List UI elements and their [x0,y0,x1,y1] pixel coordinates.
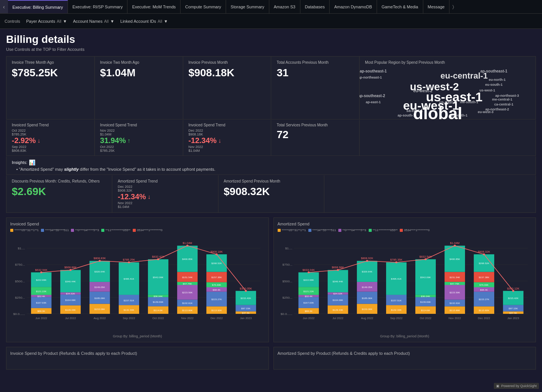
svg-text:$222.99K: $222.99K [303,279,314,281]
svg-text:$185.06K: $185.06K [94,297,105,299]
legend-item: 0534****1*********0 [133,228,162,232]
svg-point-206 [483,253,485,255]
word-cloud-word: us-east-2 [439,100,456,104]
amort-product-title: Amortized Spend by Product (Refunds & Cr… [278,351,532,356]
amortized-chart-legend: ******05**31**1**1****34**55****511**0**… [278,228,532,232]
amort-product-card: Amortized Spend by Product (Refunds & Cr… [273,347,536,370]
svg-text:$153.08K: $153.08K [94,308,105,310]
svg-text:$320.64K: $320.64K [94,270,105,273]
svg-text:$542.09K: $542.09K [153,276,164,279]
svg-text:$500...: $500... [15,279,25,283]
trend-nov-pct: 31.94% [100,136,126,145]
svg-point-97 [69,269,71,271]
svg-text:$121.22K: $121.22K [36,290,47,293]
tab-back-button[interactable]: ‹ [0,0,8,14]
svg-point-200 [308,271,309,273]
trend-dec-amount: $908.18K [189,132,266,136]
linked-ids-label: Linked Account IDs [120,19,156,24]
tab-3[interactable]: Compute Summary [181,0,226,14]
invoice-product-title: Invoice Spend by Product (Refunds & Cred… [10,351,265,356]
svg-text:$808.83K: $808.83K [94,257,106,260]
account-names-filter[interactable]: Account Names All ▼ [73,19,115,24]
svg-text:$0.0......: $0.0...... [13,312,25,316]
amortized-chart-svg: $0.0......$250...$500...$750...$1....$88… [278,234,532,333]
amortized-chart-area: $0.0......$250...$500...$750...$1....$88… [278,234,532,333]
svg-text:$157.51K: $157.51K [124,299,135,302]
tab-more-button[interactable]: 〉 [449,4,457,9]
svg-text:$149.05K: $149.05K [362,286,373,288]
payer-accounts-filter[interactable]: Payer Accounts All ▼ [26,19,67,24]
svg-text:$113.92K: $113.92K [479,309,490,312]
svg-text:$132.33K: $132.33K [391,309,402,311]
svg-text:$97.15K: $97.15K [509,307,518,310]
svg-text:$151.54K: $151.54K [182,276,193,279]
tab-6[interactable]: Databases [300,0,330,14]
account-names-arrow: ▼ [110,19,114,24]
trend-nov-prev-amount: $785.25K [100,149,178,153]
word-cloud-word: ca-central-1 [494,102,514,106]
word-cloud-word: us-west-1 [479,88,495,92]
trend-services-label: Total Services Previous Month [276,123,354,127]
insights-title: Insights: 📊 [12,159,530,165]
svg-text:$808.92K: $808.92K [361,257,373,260]
word-cloud-word: ap-northeast-3 [495,94,519,98]
page-title: Billing details [6,33,536,46]
kpi-invoice-2month-label: Invoice Two Month Ago [100,60,178,65]
tab-1[interactable]: Executive: RI/SP Summary [68,0,127,14]
svg-text:$250...: $250... [15,296,25,299]
tab-8[interactable]: GameTech & Media [377,0,423,14]
kpi-invoice-2month: Invoice Two Month Ago $1.04M [95,57,183,119]
svg-text:Jan 2023: Jan 2023 [507,316,519,320]
tab-2[interactable]: Executive: MoM Trends [127,0,181,14]
tab-7[interactable]: Amazon DynamoDB [330,0,377,14]
tab-9[interactable]: Message [423,0,450,14]
kpi-invoice-3month-label: Invoice Three Month Ago [12,60,89,65]
tab-4[interactable]: Storage Summary [226,0,269,14]
svg-text:$68.4K: $68.4K [213,288,221,291]
svg-text:$785.35K: $785.35K [390,258,402,262]
svg-text:Nov 2022: Nov 2022 [448,316,460,320]
svg-text:$268.52K: $268.52K [211,262,222,265]
svg-text:$0.0......: $0.0...... [280,312,292,316]
svg-text:$153.08K: $153.08K [362,308,373,310]
trend-dec-label: Invoiced Spend Trend [189,123,266,127]
svg-text:$542.09K: $542.09K [420,276,431,279]
svg-point-100 [157,258,159,260]
svg-text:$139.69K: $139.69K [420,301,431,303]
kpi-invoice-2month-value: $1.04M [100,67,178,79]
kpi-invoice-prev-label: Invoice Previous Month [189,60,266,65]
legend-item: ****34**55****511 [308,228,336,232]
svg-text:$157.38K: $157.38K [479,276,490,279]
svg-text:$113.92K: $113.92K [211,309,222,312]
amort-prev-label: Amortized Spend Previous Month [224,179,319,183]
svg-text:Jul 2022: Jul 2022 [65,316,76,320]
word-cloud-word: me-central-1 [492,98,512,101]
svg-text:$164.69K: $164.69K [332,299,343,302]
account-names-label: Account Names [73,19,103,24]
qs-icon: ▣ [496,384,500,388]
svg-text:$1.04M: $1.04M [450,242,459,245]
linked-ids-filter[interactable]: Linked Account IDs All ▼ [120,19,168,24]
svg-text:$750...: $750... [15,263,25,267]
legend-item: **0****04*****5**3 [338,228,366,232]
trend-oct-prev-amount: $808.83K [12,149,89,153]
tab-0[interactable]: Executive: Billing Summary [8,0,68,14]
discounts-value: $2.69K [12,186,107,198]
tab-5[interactable]: Amazon S3 [269,0,300,14]
svg-text:$400.85K: $400.85K [182,258,193,260]
svg-text:$102.61K: $102.61K [182,302,193,305]
invoiced-chart-legend: ******05**31**1**1****34**55****511**0**… [10,228,265,232]
qs-label: Powered by QuickSight [501,384,537,388]
trend-nov-arrow: ↑ [127,137,130,144]
insights-icon: 📊 [29,159,35,165]
trend-dec-prev-amount: $1.04M [189,149,266,153]
amort-prev-value: $908.32K [224,186,319,198]
filter-bar: Controls Payer Accounts All ▼ Account Na… [0,14,542,29]
trend-oct-month: Oct 2022 [12,129,89,132]
amort-trend-month: Dec 2022 [118,185,212,189]
word-cloud-card: Most Popular Region by Spend Previous Mo… [360,57,536,119]
legend-item: ******05**31**1**1 [278,228,306,232]
kpi-invoice-prev-value: $908.18K [189,67,266,79]
trend-dec-prev-month: Nov 2022 [189,145,266,149]
legend-item: ******05**31**1**1 [10,228,39,232]
